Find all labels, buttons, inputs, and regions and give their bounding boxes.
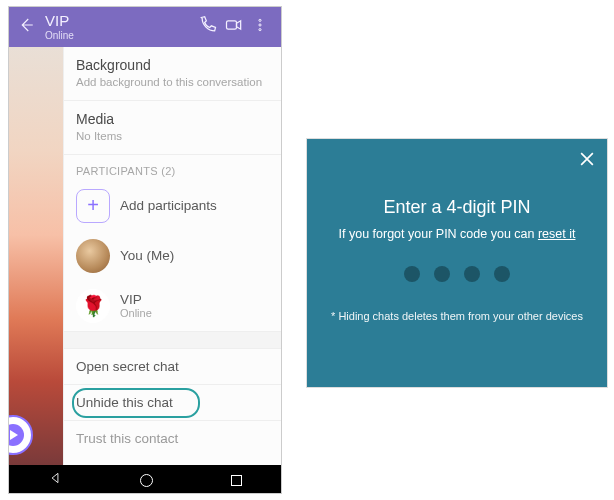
video-call-icon[interactable] xyxy=(221,15,247,39)
dialog-footer: * Hiding chats deletes them from your ot… xyxy=(325,310,589,322)
chat-header: VIP Online xyxy=(9,7,281,47)
participants-header: PARTICIPANTS (2) xyxy=(64,155,281,181)
dialog-title: Enter a 4-digit PIN xyxy=(325,197,589,218)
participant-info: VIP Online xyxy=(120,292,152,319)
svg-rect-0 xyxy=(227,21,237,29)
unhide-this-chat[interactable]: Unhide this chat xyxy=(64,385,281,421)
back-icon[interactable] xyxy=(17,16,35,38)
section-title: Background xyxy=(76,57,269,73)
svg-point-3 xyxy=(259,29,261,31)
nav-back-icon[interactable] xyxy=(48,471,62,489)
dialog-sub-pre: If you forgot your PIN code you can xyxy=(339,227,538,241)
pin-dot xyxy=(404,266,420,282)
avatar xyxy=(76,239,110,273)
pin-dots[interactable] xyxy=(325,266,589,282)
background-section[interactable]: Background Add background to this conver… xyxy=(64,47,281,101)
trust-contact[interactable]: Trust this contact xyxy=(64,421,281,456)
add-participants-row[interactable]: + Add participants xyxy=(64,181,281,231)
participant-name: You (Me) xyxy=(120,248,174,263)
reset-link[interactable]: reset it xyxy=(538,227,576,241)
open-secret-chat[interactable]: Open secret chat xyxy=(64,349,281,385)
close-icon[interactable] xyxy=(577,149,597,169)
nav-recent-icon[interactable] xyxy=(231,475,242,486)
chat-wallpaper xyxy=(9,47,63,465)
play-icon xyxy=(8,424,24,446)
media-section[interactable]: Media No Items xyxy=(64,101,281,155)
section-subtitle: Add background to this conversation xyxy=(76,75,269,90)
phone-screenshot: VIP Online Background Add background to … xyxy=(8,6,282,494)
pin-dialog: Enter a 4-digit PIN If you forgot your P… xyxy=(306,138,608,388)
pin-dot xyxy=(434,266,450,282)
header-title-box: VIP Online xyxy=(45,13,195,41)
svg-point-1 xyxy=(259,19,261,21)
call-icon[interactable] xyxy=(195,15,221,39)
pin-dot xyxy=(464,266,480,282)
more-icon[interactable] xyxy=(247,15,273,39)
participant-row[interactable]: 🌹 VIP Online xyxy=(64,281,281,331)
phone-body: Background Add background to this conver… xyxy=(9,47,281,465)
avatar: 🌹 xyxy=(76,289,110,323)
participant-name: VIP xyxy=(120,292,152,307)
pin-dot xyxy=(494,266,510,282)
plus-icon: + xyxy=(76,189,110,223)
participant-row[interactable]: You (Me) xyxy=(64,231,281,281)
chat-status: Online xyxy=(45,30,195,41)
participant-status: Online xyxy=(120,307,152,319)
chat-title: VIP xyxy=(45,13,195,30)
section-gap xyxy=(64,331,281,349)
android-navbar xyxy=(9,465,281,494)
dialog-subtitle: If you forgot your PIN code you can rese… xyxy=(325,226,589,244)
chat-info-panel: Background Add background to this conver… xyxy=(63,47,281,465)
svg-point-2 xyxy=(259,24,261,26)
add-participants-label: Add participants xyxy=(120,198,217,213)
section-subtitle: No Items xyxy=(76,129,269,144)
section-title: Media xyxy=(76,111,269,127)
nav-home-icon[interactable] xyxy=(140,474,153,487)
